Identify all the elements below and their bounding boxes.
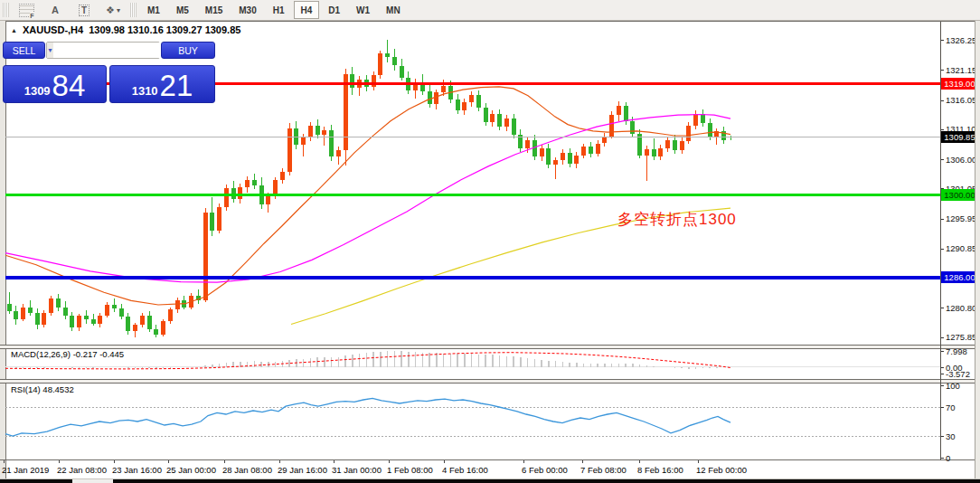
timeframe-button-m5[interactable]: M5 <box>169 1 196 19</box>
date-tick-label: 21 Jan 2019 <box>2 465 49 475</box>
price-badge-1286.00: 1286.00 <box>941 271 978 283</box>
price-tick-label: 1306.00 <box>946 155 976 165</box>
price-tick-label: 1326.25 <box>946 35 976 45</box>
timeframe-button-h1[interactable]: H1 <box>266 1 292 19</box>
text-annotation-icon[interactable]: A <box>41 2 70 18</box>
price-axis-border <box>940 22 941 460</box>
price-badge-1309.85: 1309.85 <box>941 131 978 143</box>
date-tick-label: 1 Feb 08:00 <box>387 465 433 475</box>
rsi-line <box>5 398 730 436</box>
chart-text-annotation: 多空转折点1300 <box>617 209 737 230</box>
price-tick-label: 1321.15 <box>946 65 976 75</box>
window-right-border[interactable] <box>975 21 980 479</box>
price-tick-label: 1316.05 <box>946 95 976 105</box>
buy-price-big: 21 <box>160 70 193 102</box>
date-tick-mark <box>698 460 699 463</box>
buy-price-box[interactable]: 1310 21 <box>109 65 215 103</box>
date-tick-label: 25 Jan 00:00 <box>166 465 216 475</box>
sell-price-big: 84 <box>52 70 86 102</box>
arrows-tool-icon[interactable]: ❖▾ <box>99 2 127 18</box>
macd-panel-canvas[interactable] <box>0 346 980 379</box>
rsi-dateaxis-border <box>0 459 980 460</box>
sell-button[interactable]: SELL <box>3 42 45 59</box>
macd-rsi-splitter[interactable] <box>0 379 980 384</box>
timeframe-bar: M1M5M15M30H1H4D1W1MN <box>139 1 409 19</box>
date-tick-mark <box>168 460 169 463</box>
date-tick-mark <box>444 460 445 463</box>
timeframe-button-h4[interactable]: H4 <box>294 1 320 19</box>
price-tick-label: 1295.95 <box>946 213 976 223</box>
timeframe-button-w1[interactable]: W1 <box>349 1 377 19</box>
date-tick-mark <box>279 460 280 463</box>
rsi-axis-label: 70 <box>946 402 956 412</box>
date-tick-label: 7 Feb 08:00 <box>580 465 627 475</box>
timeframe-button-m1[interactable]: M1 <box>140 1 167 19</box>
ohlc-values: 1309.98 1310.16 1309.27 1309.85 <box>89 24 240 35</box>
price-tick-label: 1290.85 <box>946 243 976 253</box>
sell-price-box[interactable]: 1309 84 <box>3 65 107 103</box>
date-tick-label: 8 Feb 16:00 <box>637 465 683 475</box>
top-toolbar: F A T ❖▾ M1M5M15M30H1H4D1W1MN <box>0 0 980 21</box>
order-grid-icon[interactable]: F <box>12 2 41 18</box>
rsi-axis-label: 100 <box>946 381 960 391</box>
price-tick-label: 1275.85 <box>946 332 976 342</box>
price-tick-label: 1280.80 <box>946 303 976 313</box>
rsi-axis-label: 0 <box>946 453 950 463</box>
volume-control: ▼ ▲ <box>46 42 160 59</box>
date-tick-label: 23 Jan 16:00 <box>112 465 162 475</box>
date-tick-label: 29 Jan 16:00 <box>278 465 327 475</box>
date-tick-mark <box>334 460 335 463</box>
date-tick-label: 12 Feb 00:00 <box>696 465 747 475</box>
rsi-axis-label: 30 <box>946 431 956 441</box>
timeframe-button-m15[interactable]: M15 <box>198 1 230 19</box>
date-tick-mark <box>582 460 583 463</box>
volume-decrease-button[interactable]: ▼ <box>47 43 53 58</box>
expand-arrow-icon[interactable]: ▲ <box>11 27 17 33</box>
date-tick-label: 31 Jan 00:00 <box>332 465 382 475</box>
timeframe-button-m30[interactable]: M30 <box>231 1 263 19</box>
date-tick-mark <box>389 460 390 463</box>
macd-label: MACD(12,26,9) -0.217 -0.445 <box>11 349 124 359</box>
date-tick-label: 4 Feb 16:00 <box>442 465 488 475</box>
date-tick-label: 6 Feb 00:00 <box>522 465 568 475</box>
mt4-window: { "toolbar": { "tool_icons": [ {"name": … <box>0 0 980 483</box>
price-badge-1319.00: 1319.00 <box>941 78 978 90</box>
one-click-trading-panel: SELL ▼ ▲ BUY 1309 84 1310 21 <box>3 42 216 101</box>
sell-price-small: 1309 <box>24 84 51 98</box>
macd-axis-label: -3.572 <box>946 369 970 379</box>
rsi-label: RSI(14) 48.4532 <box>11 384 74 394</box>
toolbar-grip[interactable] <box>3 3 9 17</box>
symbol-period-label: XAUUSD-,H4 <box>23 24 83 35</box>
buy-price-small: 1310 <box>132 84 158 98</box>
taskbar-edge-gap <box>72 479 113 483</box>
timeframe-button-mn[interactable]: MN <box>379 1 408 19</box>
date-tick-label: 28 Jan 08:00 <box>222 465 272 475</box>
dropdown-caret-icon[interactable]: ▾ <box>117 6 120 14</box>
timeframe-button-d1[interactable]: D1 <box>321 1 347 19</box>
rsi-panel-canvas[interactable] <box>0 382 980 459</box>
date-tick-mark <box>224 460 225 463</box>
date-tick-mark <box>4 460 5 463</box>
date-tick-label: 22 Jan 08:00 <box>57 465 107 475</box>
date-tick-mark <box>114 460 115 463</box>
toolbar-grip-2[interactable] <box>130 3 137 17</box>
taskbar-edge <box>0 479 980 483</box>
date-tick-mark <box>59 460 60 463</box>
ma-mid-magenta <box>5 115 730 283</box>
date-tick-mark <box>639 460 640 463</box>
price-badge-1300.00: 1300.00 <box>941 189 978 201</box>
macd-axis-label: 7.998 <box>946 346 967 356</box>
main-macd-splitter[interactable] <box>0 345 980 349</box>
chart-title: ▲ XAUUSD-,H4 1309.98 1310.16 1309.27 130… <box>11 24 240 35</box>
date-tick-mark <box>523 460 524 463</box>
buy-button[interactable]: BUY <box>161 42 215 59</box>
text-box-icon[interactable]: T <box>70 2 99 18</box>
